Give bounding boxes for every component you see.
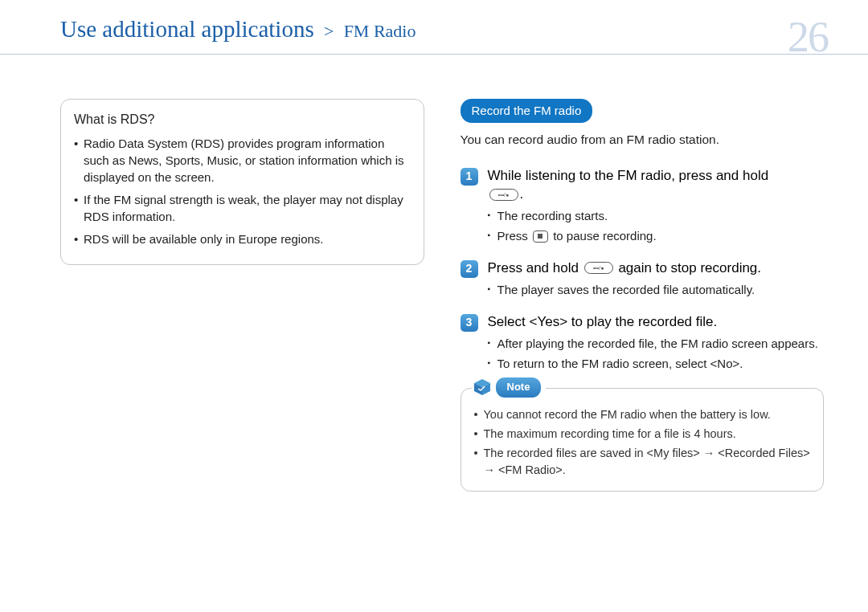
- left-column: What is RDS? Radio Data System (RDS) pro…: [60, 99, 424, 492]
- stop-button-icon: [533, 231, 548, 243]
- note-section: You cannot record the FM radio when the …: [461, 388, 825, 492]
- step-title: Select <Yes> to play the recorded file.: [488, 312, 825, 332]
- note-list: You cannot record the FM radio when the …: [474, 406, 811, 478]
- step-3: 3 Select <Yes> to play the recorded file…: [461, 312, 825, 381]
- note-item: You cannot record the FM radio when the …: [474, 406, 811, 422]
- breadcrumb-separator: >: [324, 21, 334, 41]
- step-number-badge: 2: [461, 260, 478, 278]
- rds-title: What is RDS?: [74, 111, 411, 129]
- note-label: Note: [496, 377, 542, 398]
- step-sub-item: The player saves the recorded file autom…: [488, 281, 825, 298]
- step-title: While listening to the FM radio, press a…: [488, 166, 825, 205]
- note-item: The maximum recording time for a file is…: [474, 426, 811, 442]
- rds-info-box: What is RDS? Radio Data System (RDS) pro…: [60, 99, 424, 265]
- section-badge: Record the FM radio: [461, 99, 593, 123]
- step-sublist: The recording starts. Press to pause rec…: [488, 207, 825, 244]
- rds-item: RDS will be available only in Europe reg…: [74, 231, 411, 247]
- step-body: While listening to the FM radio, press a…: [488, 166, 825, 255]
- note-header: Note: [472, 377, 547, 398]
- step-number-badge: 1: [461, 168, 478, 186]
- step-number-badge: 3: [461, 314, 478, 332]
- rds-item: If the FM signal strength is weak, the p…: [74, 191, 411, 225]
- step-title: Press and hold •••/● again to stop recor…: [488, 259, 825, 278]
- page: Use additional applications > FM Radio 2…: [0, 0, 868, 612]
- breadcrumb-main: Use additional applications: [60, 16, 314, 42]
- section-lead: You can record audio from an FM radio st…: [461, 131, 825, 149]
- hold-button-icon: •••/●: [489, 189, 518, 201]
- hold-button-icon: •••/●: [584, 262, 613, 274]
- step-sublist: The player saves the recorded file autom…: [488, 281, 825, 298]
- rds-list: Radio Data System (RDS) provides program…: [74, 135, 411, 247]
- step-body: Select <Yes> to play the recorded file. …: [488, 312, 825, 381]
- note-item: The recorded files are saved in <My file…: [474, 445, 811, 478]
- note-cube-icon: [473, 378, 491, 396]
- step-sub-item: After playing the recorded file, the FM …: [488, 335, 825, 352]
- note-box: You cannot record the FM radio when the …: [461, 388, 825, 492]
- step-1: 1 While listening to the FM radio, press…: [461, 166, 825, 255]
- note-wrap: You cannot record the FM radio when the …: [461, 388, 825, 492]
- step-2: 2 Press and hold •••/● again to stop rec…: [461, 259, 825, 308]
- step-sub-item: Press to pause recording.: [488, 227, 825, 244]
- rds-item: Radio Data System (RDS) provides program…: [74, 135, 411, 186]
- page-header: Use additional applications > FM Radio 2…: [0, 0, 868, 55]
- breadcrumb-sub: FM Radio: [344, 21, 416, 41]
- content-area: What is RDS? Radio Data System (RDS) pro…: [0, 55, 868, 492]
- page-number: 26: [788, 18, 828, 57]
- step-body: Press and hold •••/● again to stop recor…: [488, 259, 825, 308]
- step-sublist: After playing the recorded file, the FM …: [488, 335, 825, 372]
- right-column: Record the FM radio You can record audio…: [461, 99, 825, 492]
- step-sub-item: To return to the FM radio screen, select…: [488, 355, 825, 372]
- step-sub-item: The recording starts.: [488, 207, 825, 224]
- breadcrumb: Use additional applications > FM Radio: [60, 18, 416, 41]
